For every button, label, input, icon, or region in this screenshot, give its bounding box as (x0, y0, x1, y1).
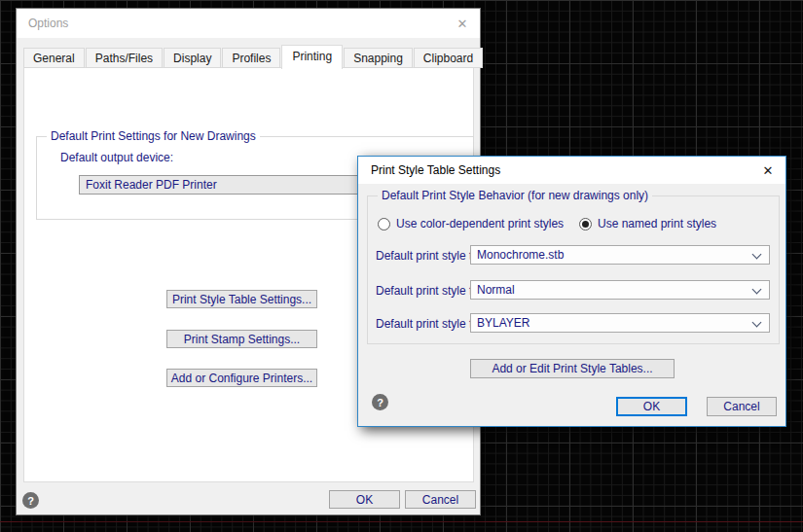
cancel-button[interactable]: Cancel (405, 490, 476, 509)
tab-general[interactable]: General (23, 48, 85, 68)
add-or-configure-printers-button[interactable]: Add or Configure Printers... (166, 369, 317, 387)
style-for-layer0-combobox[interactable]: Normal (470, 280, 770, 300)
radio-use-color-dependent[interactable]: Use color-dependent print styles (378, 217, 564, 231)
close-icon[interactable]: ✕ (750, 163, 785, 178)
print-style-table-combobox[interactable]: Monochrome.stb (470, 245, 770, 265)
chevron-down-icon (752, 250, 762, 260)
output-device-value: Foxit Reader PDF Printer (86, 178, 217, 192)
radio-use-named-styles[interactable]: Use named print styles (579, 217, 716, 231)
tab-profiles[interactable]: Profiles (222, 48, 280, 68)
options-titlebar[interactable]: Options ✕ (17, 9, 480, 38)
output-device-label: Default output device: (60, 151, 173, 164)
print-style-table-settings-dialog: Print Style Table Settings ✕ Default Pri… (357, 156, 786, 427)
tab-clipboard[interactable]: Clipboard (414, 48, 483, 68)
help-icon[interactable]: ? (22, 492, 39, 509)
group-title: Default Print Style Behavior (for new dr… (378, 189, 652, 202)
options-tabstrip: General Paths/Files Display Profiles Pri… (23, 44, 484, 68)
tab-display[interactable]: Display (164, 48, 221, 68)
style-for-entities-combobox[interactable]: BYLAYER (470, 313, 770, 333)
tab-snapping[interactable]: Snapping (344, 48, 413, 68)
ok-button[interactable]: OK (329, 490, 400, 509)
radio-label: Use color-dependent print styles (396, 217, 564, 231)
close-icon[interactable]: ✕ (445, 17, 480, 31)
options-dialog-title: Options (17, 17, 445, 30)
style-for-entities-value: BYLAYER (477, 316, 529, 330)
tab-printing[interactable]: Printing (281, 45, 343, 69)
chevron-down-icon (752, 318, 762, 328)
add-or-edit-print-style-tables-button[interactable]: Add or Edit Print Style Tables... (470, 359, 675, 378)
radio-circle-icon (579, 218, 592, 231)
cancel-button[interactable]: Cancel (707, 397, 777, 416)
group-title: Default Print Settings for New Drawings (47, 129, 260, 143)
tab-paths-files[interactable]: Paths/Files (86, 48, 163, 68)
radio-label: Use named print styles (598, 217, 716, 231)
print-style-table-settings-button[interactable]: Print Style Table Settings... (166, 290, 317, 308)
drawing-area-x-axis (0, 521, 803, 522)
ok-button[interactable]: OK (616, 397, 687, 416)
radio-circle-icon (378, 218, 390, 231)
chevron-down-icon (752, 285, 762, 295)
print-stamp-settings-button[interactable]: Print Stamp Settings... (166, 330, 317, 348)
pst-dialog-title: Print Style Table Settings (358, 163, 750, 177)
pst-titlebar[interactable]: Print Style Table Settings ✕ (358, 157, 785, 184)
style-for-layer0-value: Normal (477, 283, 515, 297)
help-icon[interactable]: ? (372, 394, 388, 410)
print-style-table-value: Monochrome.stb (477, 248, 564, 262)
